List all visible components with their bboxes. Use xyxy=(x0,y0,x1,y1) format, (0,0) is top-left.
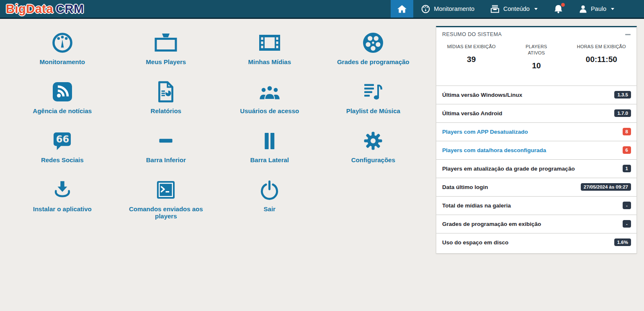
row-label: Última versão Windows/Linux xyxy=(442,92,522,98)
summary-row-app-desatualizado[interactable]: Players com APP Desatualizado 8 xyxy=(436,122,636,141)
status-badge: 1 xyxy=(623,165,631,172)
menu-item-comandos-players[interactable]: Comandos enviados aos players xyxy=(114,176,218,225)
stat-value: 00:11:50 xyxy=(569,55,634,64)
system-summary-panel: RESUMO DO SISTEMA MÍDIAS EM EXIBIÇÃO 39 … xyxy=(436,26,637,254)
stat-label: MÍDIAS EM EXIBIÇÃO xyxy=(439,44,504,50)
summary-row-versao-android: Última versão Android 1.7.0 xyxy=(436,104,636,122)
film-reel-icon xyxy=(363,29,384,56)
menu-item-redes-sociais[interactable]: 66 Redes Sociais xyxy=(10,127,114,176)
menu-item-grades-programacao[interactable]: Grades de programação xyxy=(322,29,425,78)
nav-user-dropdown[interactable]: Paulo xyxy=(571,0,622,18)
notification-alert-dot xyxy=(561,3,565,7)
menu-item-sair[interactable]: Sair xyxy=(218,176,322,225)
summary-row-total-midias: Total de mídias na galeria - xyxy=(436,196,636,215)
menu-item-label: Instalar o aplicativo xyxy=(33,205,92,213)
nav-user-label: Paulo xyxy=(591,5,606,12)
brand-secondary: CRM xyxy=(56,2,84,16)
row-link-label[interactable]: Players com APP Desatualizado xyxy=(442,129,528,135)
tv-icon xyxy=(154,29,178,56)
row-label: Última versão Android xyxy=(442,110,502,117)
menu-item-label: Grades de programação xyxy=(337,58,410,65)
menu-item-configuracoes[interactable]: Configurações xyxy=(322,127,425,176)
menu-item-label: Monitoramento xyxy=(40,58,85,65)
menu-item-monitoramento[interactable]: Monitoramento xyxy=(10,29,114,78)
row-link-label[interactable]: Players com data/hora desconfigurada xyxy=(442,147,546,153)
status-badge: 1.3.5 xyxy=(614,91,631,98)
nav-monitoramento[interactable]: Monitoramento xyxy=(413,0,482,18)
menu-item-label: Usuários de acesso xyxy=(240,107,299,114)
menu-item-label: Redes Sociais xyxy=(41,156,84,163)
main-menu-grid: Monitoramento Meus Players Minhas Mídias… xyxy=(0,20,435,225)
chevron-down-icon xyxy=(611,8,614,10)
menu-item-label: Minhas Mídias xyxy=(248,58,291,65)
menu-item-barra-inferior[interactable]: Barra Inferior xyxy=(114,127,218,176)
summary-row-ultimo-login: Data último login 27/05/2024 às 09:27 xyxy=(436,178,636,196)
menu-item-label: Relatórios xyxy=(151,107,181,114)
install-icon xyxy=(52,176,73,203)
brand-primary: BigData xyxy=(6,2,53,16)
menu-item-relatorios[interactable]: Relatórios xyxy=(114,78,218,127)
user-icon xyxy=(579,5,587,13)
chevron-down-icon xyxy=(534,8,538,10)
minus-icon xyxy=(625,34,631,35)
collapse-button[interactable] xyxy=(620,31,631,38)
menu-item-label: Barra Lateral xyxy=(250,156,289,163)
status-badge: 1.7.0 xyxy=(614,109,631,117)
film-icon xyxy=(259,29,280,56)
stat-value: 10 xyxy=(504,61,569,70)
gauge-icon xyxy=(52,29,73,56)
horizontal-bar-icon xyxy=(155,127,176,154)
bell-icon xyxy=(554,4,563,14)
menu-item-label: Barra Inferior xyxy=(146,156,186,163)
nav-notifications-button[interactable] xyxy=(546,0,571,18)
navbar-right: Monitoramento Conteúdo xyxy=(391,0,644,18)
nav-conteudo-dropdown[interactable]: Conteúdo xyxy=(482,0,546,18)
menu-item-barra-lateral[interactable]: Barra Lateral xyxy=(218,127,322,176)
brand-logo[interactable]: BigDataCRM xyxy=(6,2,84,16)
report-icon xyxy=(157,78,175,105)
menu-item-instalar-aplicativo[interactable]: Instalar o aplicativo xyxy=(10,176,114,225)
summary-row-data-hora-desconfigurada[interactable]: Players com data/hora desconfigurada 6 xyxy=(436,141,636,159)
gear-icon xyxy=(363,127,383,154)
status-badge: 27/05/2024 às 09:27 xyxy=(581,183,631,191)
menu-item-meus-players[interactable]: Meus Players xyxy=(114,29,218,78)
menu-item-label: Agência de notícias xyxy=(33,107,92,114)
row-label: Players em atualização da grade de progr… xyxy=(442,166,575,172)
nav-conteudo-label: Conteúdo xyxy=(503,5,530,12)
terminal-icon xyxy=(156,176,175,203)
panel-header: RESUMO DO SISTEMA xyxy=(436,27,636,39)
status-badge: 1.6% xyxy=(614,238,631,246)
menu-item-usuarios-acesso[interactable]: Usuários de acesso xyxy=(218,78,322,127)
status-badge: 6 xyxy=(623,146,631,154)
panel-title: RESUMO DO SISTEMA xyxy=(442,31,502,37)
home-icon xyxy=(397,5,407,13)
nav-home-button[interactable] xyxy=(391,0,413,18)
row-label: Total de mídias na galeria xyxy=(442,202,511,209)
content-tray-icon xyxy=(490,5,500,13)
row-label: Data último login xyxy=(442,184,488,190)
menu-item-label: Sair xyxy=(264,205,276,213)
stat-value: 39 xyxy=(439,55,504,64)
status-badge: - xyxy=(623,220,631,228)
stat-horas-em-exibicao: HORAS EM EXIBIÇÃO 00:11:50 xyxy=(569,44,634,70)
music-playlist-icon xyxy=(363,78,384,105)
power-icon xyxy=(260,176,279,203)
menu-item-playlist-musica[interactable]: Playlist de Música xyxy=(322,78,425,127)
menu-item-agencia-noticias[interactable]: Agência de notícias xyxy=(10,78,114,127)
summary-row-grades-exibicao: Grades de programação em exibição - xyxy=(436,215,636,233)
svg-text:66: 66 xyxy=(56,134,69,145)
row-label: Grades de programação em exibição xyxy=(442,221,541,227)
quote-bubble-icon: 66 xyxy=(52,127,72,154)
row-label: Uso do espaço em disco xyxy=(442,239,508,246)
nav-monitoramento-label: Monitoramento xyxy=(434,5,474,12)
panel-stats: MÍDIAS EM EXIBIÇÃO 39 PLAYERS ATIVOS 10 … xyxy=(436,39,636,86)
stat-midias-em-exibicao: MÍDIAS EM EXIBIÇÃO 39 xyxy=(439,44,504,70)
gauge-icon xyxy=(421,5,430,13)
rss-icon xyxy=(52,78,72,105)
status-badge: 8 xyxy=(623,128,631,135)
stat-players-ativos: PLAYERS ATIVOS 10 xyxy=(504,44,569,70)
summary-row-uso-disco: Uso do espaço em disco 1.6% xyxy=(436,233,636,251)
stat-label: PLAYERS ATIVOS xyxy=(504,44,569,56)
menu-item-label: Meus Players xyxy=(146,58,186,65)
menu-item-minhas-midias[interactable]: Minhas Mídias xyxy=(218,29,322,78)
